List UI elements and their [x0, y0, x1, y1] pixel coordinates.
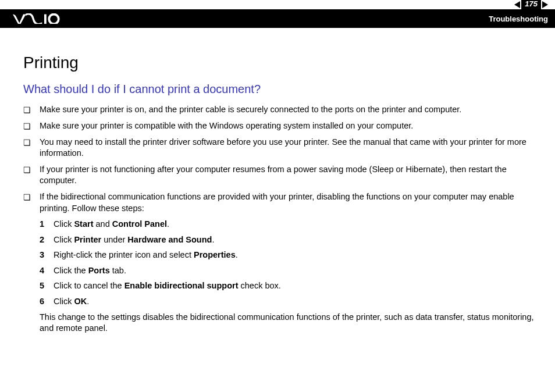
step-item: 3 Right-click the printer icon and selec…	[40, 250, 534, 261]
bullet-text: If the bidirectional communication funct…	[40, 191, 534, 214]
step-text: Click Printer under Hardware and Sound.	[54, 234, 534, 246]
bullet-item: ❏ You may need to install the printer dr…	[23, 137, 534, 159]
step-number: 2	[40, 234, 54, 246]
step-item: 4 Click the Ports tab.	[40, 265, 534, 277]
step-text: Click the Ports tab.	[54, 265, 534, 277]
step-number: 3	[40, 250, 54, 261]
step-item: 2 Click Printer under Hardware and Sound…	[40, 234, 534, 246]
step-number: 6	[40, 296, 54, 308]
step-text: Click Start and Control Panel.	[54, 219, 534, 230]
bullet-text: Make sure your printer is on, and the pr…	[40, 104, 534, 116]
step-text: Right-click the printer icon and select …	[54, 250, 534, 261]
step-text: Click OK.	[54, 296, 534, 308]
steps-list: 1 Click Start and Control Panel. 2 Click…	[40, 219, 534, 307]
bullet-text: If your printer is not functioning after…	[40, 164, 534, 187]
vaio-logo	[13, 13, 65, 24]
step-number: 4	[40, 265, 54, 277]
page-title: Printing	[23, 54, 534, 72]
section-label: Troubleshooting	[489, 15, 548, 23]
bullet-item: ❏ If your printer is not functioning aft…	[23, 164, 534, 187]
bullet-icon: ❏	[23, 137, 40, 148]
content-area: Printing What should I do if I cannot pr…	[0, 28, 555, 334]
step-item: 6 Click OK.	[40, 296, 534, 308]
bullet-item: ❏ If the bidirectional communication fun…	[23, 191, 534, 214]
bullet-list: ❏ Make sure your printer is on, and the …	[23, 104, 534, 214]
step-item: 5 Click to cancel the Enable bidirection…	[40, 280, 534, 292]
bullet-icon: ❏	[23, 164, 40, 176]
prev-page-arrow[interactable]	[514, 1, 520, 8]
page-navigation: 175	[514, 0, 548, 9]
closing-note: This change to the settings disables the…	[40, 312, 534, 334]
bullet-item: ❏ Make sure your printer is compatible w…	[23, 120, 534, 132]
step-item: 1 Click Start and Control Panel.	[40, 219, 534, 230]
bullet-icon: ❏	[23, 104, 40, 116]
next-page-arrow[interactable]	[542, 1, 548, 8]
page-number: 175	[521, 0, 541, 9]
header-bar: Troubleshooting	[0, 9, 555, 28]
bullet-text: You may need to install the printer driv…	[40, 137, 534, 159]
bullet-item: ❏ Make sure your printer is on, and the …	[23, 104, 534, 116]
step-text: Click to cancel the Enable bidirectional…	[54, 280, 534, 292]
step-number: 5	[40, 280, 54, 292]
svg-rect-0	[44, 15, 47, 24]
bullet-text: Make sure your printer is compatible wit…	[40, 120, 534, 132]
bullet-icon: ❏	[23, 191, 40, 203]
svg-point-1	[49, 15, 59, 24]
question-heading: What should I do if I cannot print a doc…	[23, 83, 534, 96]
step-number: 1	[40, 219, 54, 230]
bullet-icon: ❏	[23, 120, 40, 132]
